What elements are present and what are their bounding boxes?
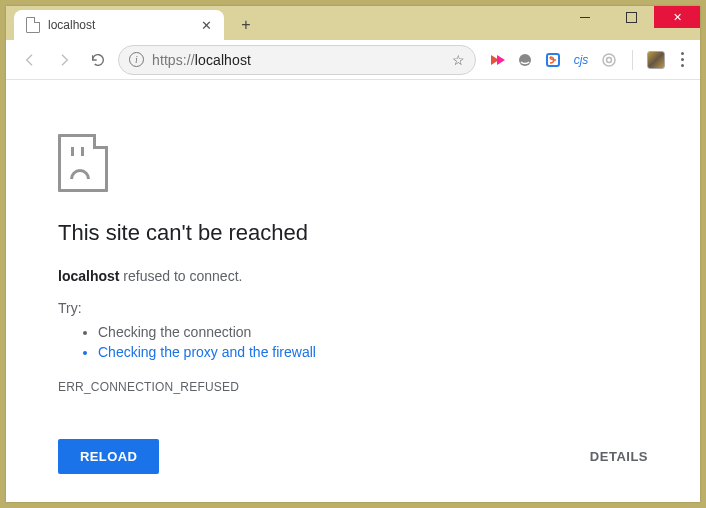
details-button[interactable]: DETAILS — [590, 449, 648, 464]
window-titlebar: localhost ✕ + ✕ — [6, 6, 700, 40]
suggestion-list: Checking the connection Checking the pro… — [58, 322, 648, 362]
error-message: localhost refused to connect. — [58, 268, 648, 284]
sad-file-icon — [58, 134, 108, 192]
window-maximize-button[interactable] — [608, 6, 654, 28]
error-heading: This site can't be reached — [58, 220, 648, 246]
back-button[interactable] — [16, 46, 44, 74]
reload-page-button[interactable]: RELOAD — [58, 439, 159, 474]
svg-marker-1 — [497, 55, 505, 65]
list-item[interactable]: Checking the proxy and the firewall — [98, 342, 648, 362]
address-bar[interactable]: i https://localhost ☆ — [118, 45, 476, 75]
list-item: Checking the connection — [98, 322, 648, 342]
reload-button[interactable] — [84, 46, 112, 74]
forward-button[interactable] — [50, 46, 78, 74]
extensions-area: cjs — [482, 50, 694, 70]
browser-menu-button[interactable] — [675, 52, 690, 67]
window-minimize-button[interactable] — [562, 6, 608, 28]
site-info-icon[interactable]: i — [129, 52, 144, 67]
page-content: This site can't be reached localhost ref… — [6, 80, 700, 502]
svg-point-4 — [603, 54, 615, 66]
window-close-button[interactable]: ✕ — [654, 6, 700, 28]
tab-title: localhost — [48, 18, 190, 32]
extension-icon[interactable] — [600, 51, 618, 69]
extension-icon[interactable] — [544, 51, 562, 69]
svg-point-5 — [607, 57, 612, 62]
page-icon — [26, 17, 40, 33]
bookmark-star-icon[interactable]: ☆ — [452, 52, 465, 68]
browser-toolbar: i https://localhost ☆ cjs — [6, 40, 700, 80]
error-code: ERR_CONNECTION_REFUSED — [58, 380, 648, 394]
extension-icon[interactable] — [516, 51, 534, 69]
extension-cjs[interactable]: cjs — [572, 51, 590, 69]
try-label: Try: — [58, 300, 648, 316]
new-tab-button[interactable]: + — [232, 11, 260, 39]
browser-tab[interactable]: localhost ✕ — [14, 10, 224, 40]
extension-icon[interactable] — [488, 51, 506, 69]
close-tab-icon[interactable]: ✕ — [198, 17, 214, 33]
separator — [632, 50, 633, 70]
url-text: https://localhost — [152, 52, 444, 68]
profile-avatar[interactable] — [647, 51, 665, 69]
